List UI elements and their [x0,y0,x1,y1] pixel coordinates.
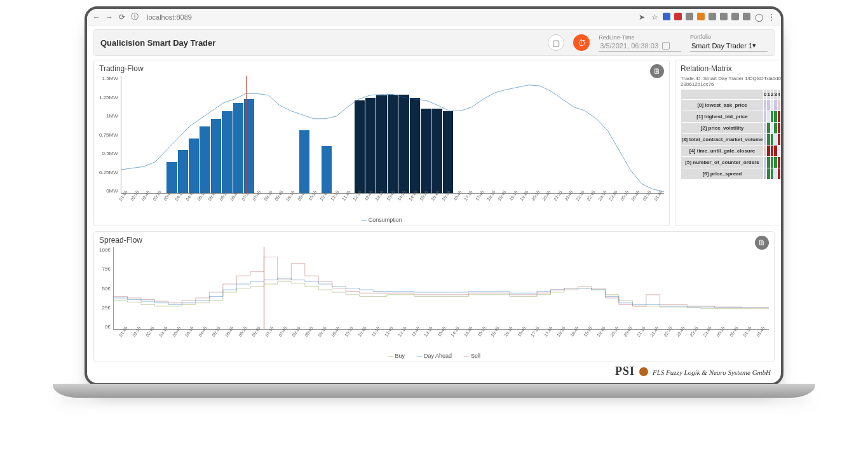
brand-tagline: FLS Fuzzy Logik & Neuro Systeme GmbH [653,369,771,376]
star-icon[interactable]: ☆ [650,13,659,22]
relation-matrix-title: Relation-Matrix [681,64,783,73]
live-button[interactable]: ⏱ [573,34,590,51]
matrix-row-header: [2] price_volatility [681,123,764,134]
back-button[interactable]: ← [92,13,101,22]
info-icon: ⓘ [130,13,139,22]
sf-y-axis: 100€75€50€25€0€ [99,247,113,330]
send-icon[interactable]: ➤ [637,13,646,22]
sf-legend: Buy Day Ahead Sell [99,353,769,359]
address-bar[interactable]: localhost:8089 [147,13,192,21]
app-root: Qualicision Smart Day Trader ▢ ⏱ RedLine… [87,25,781,383]
matrix-row-header: [0] lowest_ask_price [681,100,764,111]
tf-y-axis: 1.5MW1.25MW1MW0.75MW0.5MW0.25MW0MW [99,76,121,194]
calendar-icon [662,42,670,50]
relation-matrix-grid[interactable]: 0123456789[0] lowest_ask_price[1] highes… [681,89,783,180]
record-icon: ▢ [552,38,560,48]
matrix-cell[interactable] [781,100,783,111]
portfolio-field: Portfolio Smart Day Trader 1 ▾ [690,34,768,51]
spread-flow-panel: Spread-Flow 🗎 100€75€50€25€0€ 01:4502:15… [93,231,775,362]
redline-field: RedLine-Time 3/5/2021, 06:38:03 [599,34,681,51]
menu-icon[interactable]: ⋮ [767,13,776,22]
relation-matrix-panel: Relation-Matrix Trade-ID: Smart Day Trad… [675,60,783,226]
matrix-row-header: [4] time_until_gate_closure [681,146,764,157]
matrix-row-header: [6] price_spread [681,168,764,180]
matrix-row-header: [1] highest_bid_price [681,111,764,123]
portfolio-label: Portfolio [690,34,768,40]
redline-marker [264,247,264,329]
redline-marker [246,76,247,193]
redline-label: RedLine-Time [599,34,681,41]
matrix-cell[interactable] [781,157,783,168]
tf-x-axis: 01:4502:1502:4503:1503:4504:1504:4505:15… [118,194,664,215]
matrix-cell[interactable] [781,123,783,134]
tf-legend: Consumption [99,217,664,223]
redline-value[interactable]: 3/5/2021, 06:38:03 [599,41,681,51]
reload-button[interactable]: ⟳ [118,13,126,22]
trade-id: Trade-ID: Smart Day Trader 1/DQSDTda6d05… [681,76,783,87]
globe-icon [639,367,648,376]
trading-flow-panel: Trading-Flow 🗎 1.5MW1.25MW1MW0.75MW0.5MW… [93,60,670,226]
ext-icon[interactable] [686,13,693,20]
sf-x-axis: 01:4502:1502:4503:1503:4504:1504:4505:15… [118,330,769,351]
tf-plot[interactable] [121,76,664,194]
profile-icon[interactable]: ◯ [754,13,763,22]
ext-icon[interactable] [743,13,750,20]
browser-toolbar: ← → ⟳ ⓘ localhost:8089 ➤ ☆ ◯ ⋮ [87,9,781,25]
extension-tray: ➤ ☆ ◯ ⋮ [637,13,776,22]
ext-icon[interactable] [731,13,739,20]
chevron-down-icon: ▾ [752,41,756,50]
app-header: Qualicision Smart Day Trader ▢ ⏱ RedLine… [93,29,775,56]
matrix-cell[interactable] [781,146,783,157]
sf-plot[interactable] [113,247,769,330]
ext-icon[interactable] [663,13,670,20]
matrix-row-header: [3] total_contract_market_volume [681,134,764,146]
brand-logo: PSI [615,365,635,377]
matrix-cell[interactable] [781,111,783,123]
document-icon: 🗎 [758,238,766,247]
app-title: Qualicision Smart Day Trader [100,38,215,48]
matrix-row-header: [5] number_of_counter_orders [681,157,764,168]
portfolio-select[interactable]: Smart Day Trader 1 ▾ [690,40,768,51]
matrix-cell[interactable] [781,134,783,146]
ext-icon[interactable] [697,13,705,20]
laptop-base [53,384,815,398]
record-button[interactable]: ▢ [548,34,564,51]
ext-icon[interactable] [674,13,682,20]
forward-button[interactable]: → [105,13,114,22]
laptop-frame: ← → ⟳ ⓘ localhost:8089 ➤ ☆ ◯ ⋮ Qualicisi… [85,6,783,386]
footer: PSI FLS Fuzzy Logik & Neuro Systeme GmbH [93,362,775,378]
matrix-cell[interactable] [781,168,783,180]
document-icon: 🗎 [653,67,661,76]
spread-flow-title: Spread-Flow [99,236,769,245]
ext-icon[interactable] [709,13,716,20]
trading-flow-title: Trading-Flow [99,64,664,73]
ext-icon[interactable] [720,13,728,20]
stopwatch-icon: ⏱ [578,38,586,48]
